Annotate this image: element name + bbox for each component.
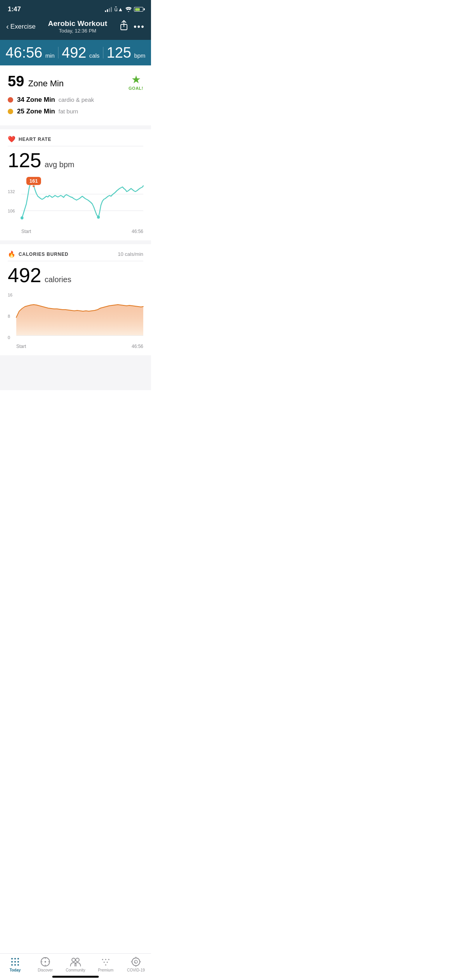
hr-section-header: ❤️ HEART RATE (8, 135, 143, 146)
workout-stats-bar: 46:56 min 492 cals 125 bpm (0, 40, 151, 65)
workout-title: Aerobic Workout (48, 19, 107, 28)
heartrate-unit: bpm (134, 52, 145, 59)
cal-time-labels: Start 46:56 (8, 341, 143, 349)
calories-stat: 492 cals (62, 45, 100, 60)
calories-section: 🔥 CALORIES BURNED 10 cals/min 492 calori… (0, 244, 151, 355)
calories-unit: cals (89, 52, 100, 59)
zone-cardio-value: 34 Zone Min cardio & peak (17, 96, 94, 104)
heartrate-stat: 125 bpm (107, 45, 146, 60)
hr-time-end: 46:56 (132, 229, 143, 234)
cal-y-labels: 16 8 0 (8, 291, 12, 341)
zone-minutes-section: 59 Zone Min ★ GOAL! 34 Zone Min cardio &… (0, 65, 151, 125)
hr-chart: 132 106 (8, 176, 143, 226)
cal-total-value: 492 (8, 264, 41, 286)
hr-time-start: Start (21, 229, 31, 234)
cal-y-16: 16 (8, 293, 12, 297)
main-content: 59 Zone Min ★ GOAL! 34 Zone Min cardio &… (0, 65, 151, 390)
goal-badge: ★ GOAL! (129, 73, 143, 91)
cal-y-8: 8 (8, 314, 12, 319)
calories-value: 492 (62, 45, 86, 61)
hr-y-labels: 132 106 (8, 176, 15, 226)
header-center: Aerobic Workout Today, 12:36 PM (48, 19, 107, 34)
cal-time-end: 46:56 (132, 344, 143, 349)
hr-y-label-106: 106 (8, 209, 15, 213)
zone-dot-cardio (8, 97, 13, 103)
status-time: 1:47 (8, 5, 21, 13)
hr-avg-unit: avg bpm (45, 160, 74, 169)
hr-section-title: HEART RATE (19, 137, 51, 142)
zone-total-display: 59 Zone Min (8, 73, 63, 90)
workout-datetime: Today, 12:36 PM (48, 28, 107, 34)
stat-divider-1 (58, 47, 58, 58)
cal-unit: calories (45, 275, 71, 284)
cal-chart-svg (16, 291, 143, 336)
back-chevron-icon: ‹ (6, 22, 9, 31)
cal-header-left: 🔥 CALORIES BURNED (8, 250, 69, 258)
zone-header: 59 Zone Min ★ GOAL! (8, 73, 143, 91)
zone-dot-fatburn (8, 109, 13, 114)
heart-rate-section: ❤️ HEART RATE 125 avg bpm 132 106 (0, 129, 151, 240)
hr-time-labels: Start 46:56 (8, 226, 143, 234)
cal-time-start: Start (16, 344, 26, 349)
zone-total-label: Zone Min (28, 79, 64, 88)
back-button[interactable]: ‹ Exercise (6, 22, 36, 31)
flame-icon: 🔥 (8, 250, 15, 258)
battery-icon (134, 7, 143, 12)
cal-section-title: CALORIES BURNED (19, 252, 69, 257)
hr-avg-value: 125 (8, 149, 41, 171)
wifi-icon: ǖ▲ (114, 6, 123, 12)
wifi-icon (125, 7, 132, 12)
cal-rate: 10 cals/min (118, 251, 143, 257)
zone-fatburn-value: 25 Zone Min fat burn (17, 108, 78, 115)
duration-stat: 46:56 min (5, 45, 55, 60)
stat-divider-2 (103, 47, 103, 58)
cal-value-display: 492 calories (8, 264, 143, 286)
header-actions: ••• (120, 21, 145, 33)
share-icon[interactable] (120, 21, 128, 33)
page-header: ‹ Exercise Aerobic Workout Today, 12:36 … (0, 16, 151, 40)
hr-peak-tooltip: 161 (26, 177, 41, 185)
cal-y-0: 0 (8, 335, 12, 340)
duration-value: 46:56 (5, 45, 42, 61)
duration-unit: min (45, 52, 55, 59)
zone-item-cardio: 34 Zone Min cardio & peak (8, 96, 143, 104)
more-options-icon[interactable]: ••• (134, 22, 145, 32)
back-label: Exercise (10, 23, 36, 31)
zone-item-fatburn: 25 Zone Min fat burn (8, 108, 143, 115)
signal-icon (105, 7, 112, 12)
cal-chart: 16 8 0 (8, 291, 143, 341)
goal-star-icon: ★ (129, 73, 143, 86)
hr-avg-display: 125 avg bpm (8, 149, 143, 171)
cal-section-header: 🔥 CALORIES BURNED 10 cals/min (8, 250, 143, 261)
goal-text: GOAL! (129, 86, 143, 91)
heart-icon: ❤️ (8, 135, 15, 143)
zone-total-value: 59 (8, 73, 24, 89)
hr-y-label-132: 132 (8, 189, 15, 194)
heartrate-value: 125 (107, 45, 131, 61)
status-bar: 1:47 ǖ▲ (0, 0, 151, 16)
status-icons: ǖ▲ (105, 6, 143, 12)
